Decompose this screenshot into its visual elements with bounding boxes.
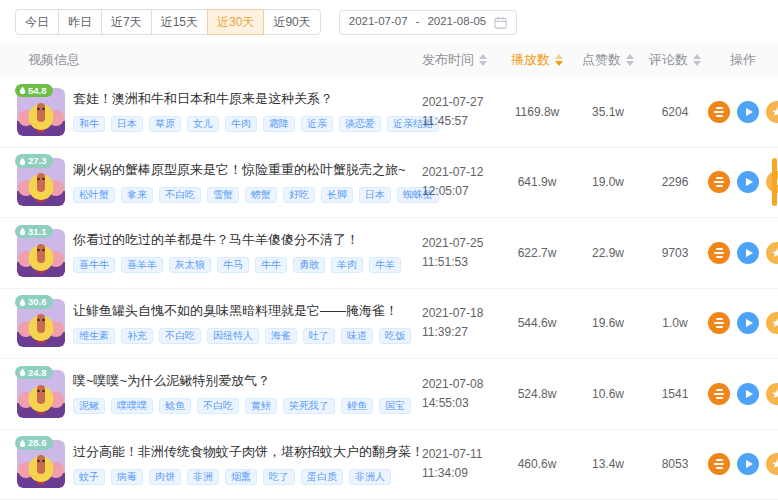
table-header-row: 视频信息 发布时间 播放数 点赞数 评论数 操作	[0, 43, 778, 77]
filter-15days-button[interactable]: 近15天	[151, 9, 208, 35]
sort-caret-play-count[interactable]	[555, 54, 563, 66]
scrollbar-thumb[interactable]	[772, 158, 777, 206]
video-thumbnail[interactable]: 28.6	[17, 440, 65, 488]
tag-chip[interactable]: 女儿	[187, 116, 219, 132]
tag-chip[interactable]: 蚊子	[73, 469, 105, 485]
favorite-button[interactable]: ★	[766, 101, 778, 123]
tag-chip[interactable]: 霜降	[263, 116, 295, 132]
tag-chip[interactable]: 因纽特人	[207, 328, 259, 344]
video-title[interactable]: 涮火锅的蟹棒原型原来是它！惊险重重的松叶蟹脱壳之旅~	[73, 162, 412, 178]
video-title[interactable]: 你看过的吃过的羊都是牛？马牛羊傻傻分不清了！	[73, 232, 401, 248]
tag-chip[interactable]: 补充	[121, 328, 153, 344]
tag-chip[interactable]: 维生素	[73, 328, 115, 344]
data-detail-button[interactable]	[708, 171, 730, 193]
favorite-button[interactable]: ★	[766, 242, 778, 264]
video-thumbnail[interactable]: 30.6	[17, 299, 65, 347]
tag-chip[interactable]: 非洲	[187, 469, 219, 485]
header-publish-time[interactable]: 发布时间	[412, 51, 500, 69]
calendar-icon	[494, 16, 507, 29]
tag-chip[interactable]: 勇敢	[293, 257, 325, 273]
header-play-count[interactable]: 播放数	[500, 51, 574, 69]
tag-chip[interactable]: 近亲	[301, 116, 333, 132]
video-thumbnail[interactable]: 31.1	[17, 229, 65, 277]
tag-chip[interactable]: 和牛	[73, 116, 105, 132]
header-like-count[interactable]: 点赞数	[574, 51, 642, 69]
tag-chip[interactable]: 国宝	[379, 398, 411, 414]
tag-chip[interactable]: 黄鳝	[245, 398, 277, 414]
filter-7days-button[interactable]: 近7天	[101, 9, 152, 35]
favorite-button[interactable]: ★	[766, 383, 778, 405]
tag-chip[interactable]: 不白吃	[159, 328, 201, 344]
tag-chip[interactable]: 牛羊	[369, 257, 401, 273]
tag-chip[interactable]: 螃蟹	[245, 187, 277, 203]
play-video-button[interactable]	[737, 383, 759, 405]
tag-chip[interactable]: 烟熏	[225, 469, 257, 485]
play-video-button[interactable]	[737, 171, 759, 193]
play-video-button[interactable]	[737, 453, 759, 475]
tag-chip[interactable]: 草原	[149, 116, 181, 132]
filter-yesterday-button[interactable]: 昨日	[58, 9, 102, 35]
tag-chip[interactable]: 好吃	[283, 187, 315, 203]
tag-chip[interactable]: 噗噗噗	[111, 398, 153, 414]
tag-chip[interactable]: 长脚	[321, 187, 353, 203]
tag-chip[interactable]: 吐了	[303, 328, 335, 344]
sort-caret-like-count[interactable]	[626, 54, 634, 66]
data-detail-button[interactable]	[708, 242, 730, 264]
video-title[interactable]: 让鲱鱼罐头自愧不如的臭味黑暗料理就是它——腌海雀！	[73, 303, 411, 319]
publish-date: 2021-07-25	[422, 234, 500, 253]
tag-chip[interactable]: 日本	[359, 187, 391, 203]
tag-chip[interactable]: 吃饭	[379, 328, 411, 344]
tag-chip[interactable]: 羊肉	[331, 257, 363, 273]
tag-chip[interactable]: 肉饼	[149, 469, 181, 485]
tag-chip[interactable]: 泥鳅	[73, 398, 105, 414]
header-comment-count[interactable]: 评论数	[642, 51, 708, 69]
tag-chip[interactable]: 蛋白质	[301, 469, 343, 485]
date-range-picker[interactable]: 2021-07-07 - 2021-08-05	[339, 10, 518, 35]
sort-caret-comment-count[interactable]	[693, 54, 701, 66]
video-title[interactable]: 噗~噗噗~为什么泥鳅特别爱放气？	[73, 373, 411, 389]
tag-chip[interactable]: 牛肉	[225, 116, 257, 132]
tag-chip[interactable]: 喜牛牛	[73, 257, 115, 273]
tag-chip[interactable]: 雪蟹	[207, 187, 239, 203]
tag-chip[interactable]: 笑死我了	[283, 398, 335, 414]
filter-today-button[interactable]: 今日	[15, 9, 59, 35]
video-thumbnail[interactable]: 54.8	[17, 88, 65, 136]
tag-chip[interactable]: 灰太狼	[169, 257, 211, 273]
tag-chip[interactable]: 病毒	[111, 469, 143, 485]
filter-90days-button[interactable]: 近90天	[263, 9, 320, 35]
tag-chip[interactable]: 味道	[341, 328, 373, 344]
tag-chip[interactable]: 不白吃	[197, 398, 239, 414]
video-info-cell: 31.1 你看过的吃过的羊都是牛？马牛羊傻傻分不清了！ 喜牛牛喜羊羊灰太狼牛马牛…	[0, 229, 412, 277]
tag-chip[interactable]: 牛牛	[255, 257, 287, 273]
tag-chip[interactable]: 鲤鱼	[341, 398, 373, 414]
sort-caret-publish-time[interactable]	[479, 54, 487, 66]
tag-chip[interactable]: 松叶蟹	[73, 187, 115, 203]
favorite-button[interactable]: ★	[766, 312, 778, 334]
tag-chip[interactable]: 不白吃	[159, 187, 201, 203]
data-detail-button[interactable]	[708, 383, 730, 405]
data-detail-button[interactable]	[708, 101, 730, 123]
play-video-button[interactable]	[737, 101, 759, 123]
video-title[interactable]: 套娃！澳洲和牛和日本和牛原来是这种关系？	[73, 91, 412, 107]
tag-chip[interactable]: 谈恋爱	[339, 116, 381, 132]
tag-chip[interactable]: 拿来	[121, 187, 153, 203]
video-thumbnail[interactable]: 24.8	[17, 370, 65, 418]
data-detail-button[interactable]	[708, 453, 730, 475]
tag-chip[interactable]: 喜羊羊	[121, 257, 163, 273]
video-title[interactable]: 过分高能！非洲传统食物蚊子肉饼，堪称招蚊大户的翻身菜！	[73, 444, 412, 460]
actions-cell: ★	[708, 453, 778, 475]
tag-chip[interactable]: 日本	[111, 116, 143, 132]
filter-30days-button[interactable]: 近30天	[207, 9, 264, 35]
tag-chip[interactable]: 鲶鱼	[159, 398, 191, 414]
tag-chip[interactable]: 吃了	[263, 469, 295, 485]
video-info-cell: 27.3 涮火锅的蟹棒原型原来是它！惊险重重的松叶蟹脱壳之旅~ 松叶蟹拿来不白吃…	[0, 158, 412, 206]
tag-chip[interactable]: 牛马	[217, 257, 249, 273]
data-detail-button[interactable]	[708, 312, 730, 334]
tag-chip[interactable]: 非洲人	[349, 469, 391, 485]
favorite-button[interactable]: ★	[766, 453, 778, 475]
play-video-button[interactable]	[737, 242, 759, 264]
tag-chip[interactable]: 海雀	[265, 328, 297, 344]
video-thumbnail[interactable]: 27.3	[17, 158, 65, 206]
hot-score-badge: 28.6	[15, 436, 53, 450]
play-video-button[interactable]	[737, 312, 759, 334]
